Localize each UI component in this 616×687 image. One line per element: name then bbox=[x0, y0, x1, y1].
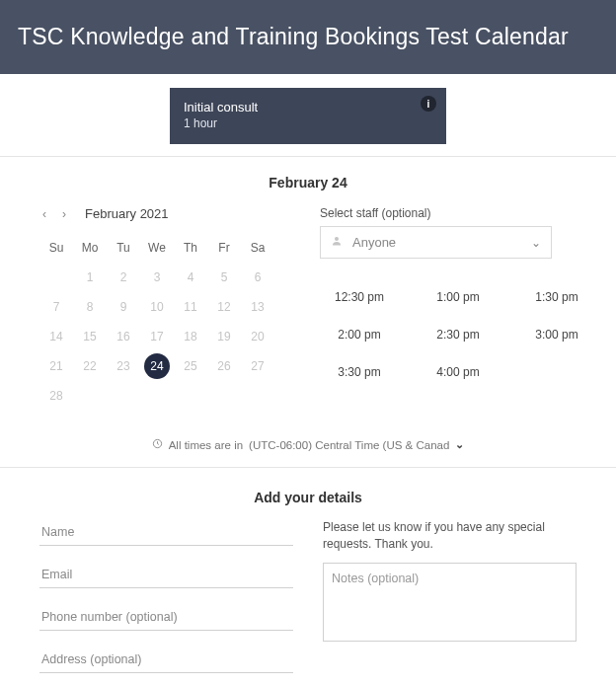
calendar-day[interactable]: 6 bbox=[241, 263, 274, 292]
calendar-day bbox=[39, 263, 73, 292]
calendar-day bbox=[73, 381, 107, 411]
calendar-day[interactable]: 5 bbox=[207, 263, 241, 292]
calendar-day[interactable]: 15 bbox=[73, 322, 107, 351]
phone-input[interactable] bbox=[39, 604, 293, 631]
service-duration: 1 hour bbox=[184, 116, 432, 130]
calendar-day[interactable]: 27 bbox=[241, 351, 274, 381]
calendar-day[interactable]: 3 bbox=[140, 263, 174, 292]
time-slot[interactable]: 3:30 pm bbox=[320, 361, 399, 383]
svg-point-0 bbox=[335, 237, 339, 241]
calendar-day[interactable]: 25 bbox=[174, 351, 207, 381]
calendar-day bbox=[140, 381, 174, 411]
selected-date-heading: February 24 bbox=[0, 157, 616, 200]
calendar-day[interactable]: 12 bbox=[207, 292, 241, 322]
name-input[interactable] bbox=[39, 519, 293, 546]
calendar-day[interactable]: 26 bbox=[207, 351, 241, 381]
time-slot[interactable]: 2:30 pm bbox=[419, 324, 498, 345]
clock-icon bbox=[152, 438, 163, 451]
calendar-day[interactable]: 9 bbox=[107, 292, 140, 322]
weekday-label: Su bbox=[39, 233, 73, 263]
staff-select[interactable]: Anyone ⌄ bbox=[320, 226, 552, 259]
time-slots: 12:30 pm1:00 pm1:30 pm2:00 pm2:30 pm3:00… bbox=[320, 286, 596, 383]
staff-label: Select staff (optional) bbox=[320, 206, 596, 220]
calendar-nav: ‹ › February 2021 bbox=[39, 206, 290, 221]
calendar-day bbox=[174, 381, 207, 411]
email-input[interactable] bbox=[39, 562, 293, 588]
time-slot[interactable]: 1:30 pm bbox=[517, 286, 596, 308]
weekday-label: Tu bbox=[107, 233, 140, 263]
page-title: TSC Knowledge and Training Bookings Test… bbox=[18, 24, 598, 50]
calendar: ‹ › February 2021 SuMoTuWeThFrSa12345678… bbox=[39, 206, 290, 411]
calendar-day[interactable]: 16 bbox=[107, 322, 140, 351]
calendar-day[interactable]: 28 bbox=[39, 381, 73, 411]
chevron-down-icon: ⌄ bbox=[455, 438, 464, 451]
calendar-day[interactable]: 13 bbox=[241, 292, 274, 322]
chevron-down-icon: ⌄ bbox=[531, 236, 541, 250]
details-heading: Add your details bbox=[0, 468, 616, 519]
calendar-day[interactable]: 23 bbox=[107, 351, 140, 381]
weekday-label: Sa bbox=[241, 233, 274, 263]
calendar-day[interactable]: 1 bbox=[73, 263, 107, 292]
prev-month-button[interactable]: ‹ bbox=[39, 207, 49, 221]
calendar-day[interactable]: 17 bbox=[140, 322, 174, 351]
calendar-day[interactable]: 20 bbox=[241, 322, 274, 351]
calendar-day[interactable]: 2 bbox=[107, 263, 140, 292]
notes-input[interactable] bbox=[323, 563, 577, 642]
month-label: February 2021 bbox=[85, 206, 169, 221]
calendar-day[interactable]: 18 bbox=[174, 322, 207, 351]
service-row: Initial consult 1 hour i bbox=[0, 74, 616, 156]
calendar-day bbox=[207, 381, 241, 411]
time-slot[interactable]: 4:00 pm bbox=[419, 361, 498, 383]
special-requests-message: Please let us know if you have any speci… bbox=[323, 519, 577, 553]
time-slot[interactable]: 3:00 pm bbox=[517, 324, 596, 345]
time-slot[interactable]: 12:30 pm bbox=[320, 286, 399, 308]
calendar-day[interactable]: 8 bbox=[73, 292, 107, 322]
calendar-day[interactable]: 22 bbox=[73, 351, 107, 381]
time-slot[interactable]: 1:00 pm bbox=[419, 286, 498, 308]
calendar-day[interactable]: 14 bbox=[39, 322, 73, 351]
calendar-day-selected[interactable]: 24 bbox=[144, 353, 170, 379]
calendar-day[interactable]: 11 bbox=[174, 292, 207, 322]
next-month-button[interactable]: › bbox=[59, 207, 69, 221]
timezone-prefix: All times are in bbox=[169, 439, 243, 451]
person-icon bbox=[331, 235, 343, 250]
timezone-row[interactable]: All times are in (UTC-06:00) Central Tim… bbox=[0, 420, 616, 467]
calendar-day[interactable]: 19 bbox=[207, 322, 241, 351]
weekday-label: Fr bbox=[207, 233, 241, 263]
weekday-label: We bbox=[140, 233, 174, 263]
time-slot[interactable]: 2:00 pm bbox=[320, 324, 399, 345]
calendar-day[interactable]: 4 bbox=[174, 263, 207, 292]
calendar-day[interactable]: 7 bbox=[39, 292, 73, 322]
header-banner: TSC Knowledge and Training Bookings Test… bbox=[0, 0, 616, 74]
calendar-day bbox=[241, 381, 274, 411]
service-card[interactable]: Initial consult 1 hour i bbox=[170, 88, 446, 144]
timezone-value: (UTC-06:00) Central Time (US & Canad bbox=[249, 439, 449, 451]
calendar-day[interactable]: 10 bbox=[140, 292, 174, 322]
weekday-label: Th bbox=[174, 233, 207, 263]
weekday-label: Mo bbox=[73, 233, 107, 263]
staff-value: Anyone bbox=[352, 235, 396, 250]
calendar-day bbox=[107, 381, 140, 411]
calendar-day[interactable]: 21 bbox=[39, 351, 73, 381]
info-icon[interactable]: i bbox=[421, 96, 436, 112]
address-input[interactable] bbox=[39, 647, 293, 673]
service-name: Initial consult bbox=[184, 100, 432, 114]
